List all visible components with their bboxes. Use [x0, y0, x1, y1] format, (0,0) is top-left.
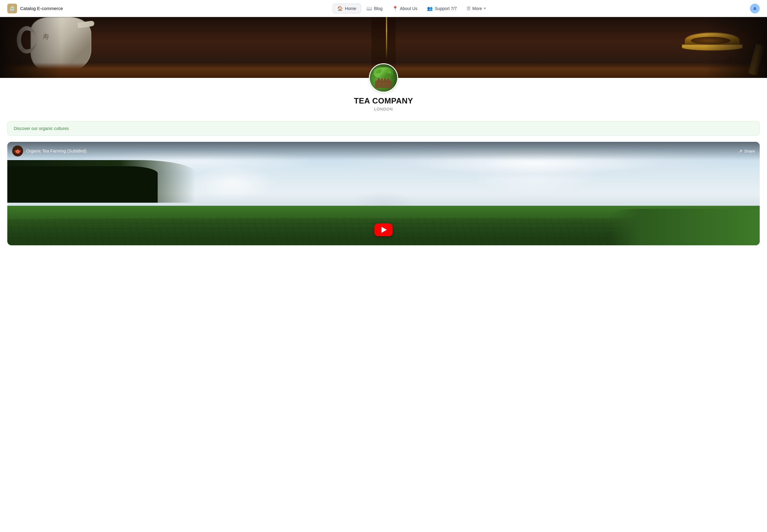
- nav-item-more[interactable]: ☰ More ▾: [462, 4, 490, 13]
- user-avatar[interactable]: A: [750, 4, 760, 13]
- chevron-down-icon: ▾: [484, 6, 486, 10]
- nav-item-support-label: Support 7/7: [435, 6, 457, 11]
- home-icon: 🏠: [337, 6, 343, 11]
- nav-item-about[interactable]: 📍 About Us: [388, 4, 422, 13]
- video-share-button[interactable]: ↗ Share: [738, 148, 755, 154]
- video-title: Organic Tea Farming (Subtitled): [26, 149, 86, 153]
- video-section: 🫖 Organic Tea Farming (Subtitled) ↗ Shar…: [7, 142, 760, 245]
- navbar: 🍵 Catalog E-commerce 🏠 Home 📖 Blog 📍 Abo…: [0, 0, 767, 17]
- support-icon: 👥: [427, 6, 433, 11]
- video-top-bar: 🫖 Organic Tea Farming (Subtitled) ↗ Shar…: [7, 142, 760, 160]
- play-triangle-icon: [381, 227, 387, 233]
- brand-name: Catalog E-commerce: [20, 6, 63, 11]
- nav-item-home-label: Home: [345, 6, 356, 11]
- brand[interactable]: 🍵 Catalog E-commerce: [7, 4, 63, 13]
- play-button[interactable]: [374, 223, 393, 236]
- location-icon: 📍: [392, 6, 398, 11]
- video-container[interactable]: 🫖 Organic Tea Farming (Subtitled) ↗ Shar…: [7, 142, 760, 245]
- share-icon: ↗: [738, 148, 742, 154]
- nav-item-blog[interactable]: 📖 Blog: [362, 4, 387, 13]
- profile-avatar: [369, 63, 398, 93]
- book-icon: 📖: [366, 6, 372, 11]
- company-location: LONDON: [374, 107, 393, 111]
- discover-banner: Discover our organic cultures: [7, 121, 760, 136]
- nav-items: 🏠 Home 📖 Blog 📍 About Us 👥 Support 7/7 ☰…: [73, 4, 750, 13]
- nav-item-blog-label: Blog: [374, 6, 383, 11]
- profile-section: TEA COMPANY LONDON: [0, 63, 767, 116]
- nav-item-home[interactable]: 🏠 Home: [333, 4, 361, 13]
- share-label: Share: [744, 149, 755, 153]
- avatar-letter: A: [753, 6, 756, 11]
- nav-item-more-label: More: [472, 6, 482, 11]
- discover-link[interactable]: Discover our organic cultures: [14, 126, 69, 131]
- company-name: TEA COMPANY: [354, 96, 413, 106]
- nav-item-about-label: About Us: [400, 6, 418, 11]
- video-channel: 🫖 Organic Tea Farming (Subtitled): [12, 145, 86, 156]
- menu-icon: ☰: [467, 6, 471, 11]
- channel-icon-emoji: 🫖: [14, 148, 21, 154]
- nav-item-support[interactable]: 👥 Support 7/7: [423, 4, 461, 13]
- brand-logo: 🍵: [7, 4, 17, 13]
- brand-logo-icon: 🍵: [9, 5, 16, 12]
- channel-icon: 🫖: [12, 145, 23, 156]
